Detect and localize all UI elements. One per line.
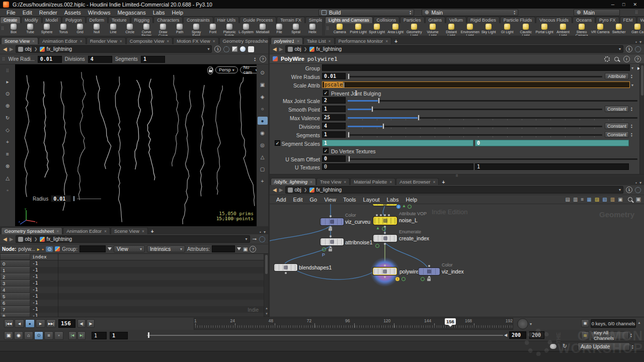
persp-menu[interactable]: Persp▾	[215, 66, 238, 73]
menu-item[interactable]: Tools	[340, 197, 360, 203]
playback-option-icon[interactable]: ⊙	[34, 331, 43, 340]
shelf-tab[interactable]: Lights and Cameras	[325, 17, 373, 23]
smooth-input[interactable]: 1	[322, 106, 346, 112]
toolbar-options-icon[interactable]: ▴▾	[254, 57, 256, 61]
node-name[interactable]: viz_curveu	[345, 219, 370, 225]
shelf-tool[interactable]: Torus	[55, 23, 72, 36]
divisions-input[interactable]: 4	[322, 123, 346, 129]
filter-icon[interactable]	[108, 247, 112, 250]
link-badge[interactable]: 1	[626, 46, 632, 52]
attributes-input[interactable]	[212, 245, 235, 252]
shelf-tool[interactable]: Area Light	[386, 23, 405, 36]
forward-icon[interactable]: ▶	[279, 46, 283, 52]
shelf-tool[interactable]: Box	[6, 23, 22, 36]
transport-button[interactable]: ◀	[15, 319, 24, 328]
display-option-icon[interactable]: +	[258, 177, 268, 185]
radial-menu-icon[interactable]	[223, 46, 229, 52]
u-textures-input-1[interactable]: 0	[322, 163, 473, 170]
row-id[interactable]: 3	[0, 280, 30, 287]
dropdown-icon[interactable]: ▾	[631, 83, 633, 87]
breadcrumb-obj[interactable]: obj	[18, 236, 31, 242]
frame-step-button[interactable]: ◀|	[77, 319, 86, 328]
auto-update-dropdown[interactable]: Auto Update	[578, 342, 630, 350]
search-icon[interactable]	[614, 57, 619, 61]
node-blendshapes1[interactable]	[274, 264, 297, 271]
group-input[interactable]	[79, 245, 106, 252]
tab-close-icon[interactable]: ×	[344, 179, 346, 185]
transport-button[interactable]: ■	[25, 319, 35, 328]
slider-handle[interactable]	[418, 115, 420, 121]
network-toolbar-icon[interactable]: ▣	[618, 197, 622, 202]
shelf-tool[interactable]: Font	[205, 23, 221, 36]
new-tab-button[interactable]: +	[148, 229, 157, 234]
menu-item[interactable]: Megascans	[114, 10, 149, 16]
table-scrollbar[interactable]: ▲ ▼	[264, 254, 268, 317]
tab-close-icon[interactable]: ×	[120, 39, 122, 44]
menubar-grip[interactable]: ⠿	[635, 10, 638, 15]
row-id[interactable]: 8	[0, 313, 30, 317]
tab-close-icon[interactable]: ×	[142, 229, 144, 234]
range-slider-handle[interactable]	[148, 332, 149, 338]
display-badge[interactable]	[322, 247, 326, 251]
playhead[interactable]: 156	[445, 318, 456, 325]
shelf-tab[interactable]: FEM	[620, 17, 636, 23]
wire-radius-field[interactable]: 0.01	[38, 56, 62, 63]
shelf-tool[interactable]: Draw Curve	[155, 23, 172, 36]
shelf-tool[interactable]: Grid	[72, 23, 89, 36]
forward-icon[interactable]: ▶	[10, 236, 14, 242]
pane-tab[interactable]: Geometry Spreadsheet×	[219, 37, 268, 44]
table-row[interactable]: 5-1	[0, 293, 264, 300]
checkbox[interactable]: ✓	[323, 148, 329, 153]
shelf-tab[interactable]: Pyro FX	[596, 17, 619, 23]
view-layout-icon[interactable]	[248, 46, 254, 52]
path-dropdown-icon[interactable]: ▾	[207, 47, 209, 51]
pane-tab[interactable]: Take List×	[303, 37, 334, 44]
pane-tab[interactable]: Performance Monitor×	[335, 37, 392, 44]
link-badge[interactable]: 1	[214, 46, 221, 52]
row-id[interactable]: 7	[0, 306, 30, 313]
breadcrumb-node[interactable]: fx_lightning	[40, 236, 72, 242]
shelf-tool[interactable]: Caustic Light	[517, 23, 535, 36]
max-joint-input[interactable]: 2	[322, 97, 346, 104]
shelf-tool[interactable]: Path	[172, 23, 188, 36]
shelf-tool[interactable]: Curve Bezier	[138, 23, 155, 36]
node-name[interactable]: blendshapes1	[299, 264, 332, 270]
row-id[interactable]: 2	[0, 274, 30, 280]
segment-scales-input-1[interactable]: 1	[322, 140, 473, 146]
menu-item[interactable]: File	[3, 10, 19, 16]
tab-close-icon[interactable]: ×	[167, 39, 169, 44]
camera-menu[interactable]: No cam▾	[240, 66, 257, 73]
menu-spinner[interactable]: ▴▾	[631, 124, 632, 128]
range-slider[interactable]	[147, 335, 503, 336]
network-toolbar-icon[interactable]: ▧	[602, 197, 607, 202]
node-attribnoise1[interactable]	[320, 238, 344, 245]
menu-item[interactable]: Render	[36, 10, 61, 16]
radial-menu-icon[interactable]	[635, 46, 641, 52]
shelf-tab[interactable]: Modify	[21, 17, 42, 23]
close-button[interactable]: ✕	[633, 2, 637, 7]
pane-maximize-icon[interactable]: ▪	[260, 230, 261, 234]
shelf-tab[interactable]: Guide Process	[239, 17, 276, 23]
display-badge[interactable]	[382, 227, 386, 231]
table-row[interactable]: 3-1	[0, 280, 264, 287]
shelf-tool[interactable]: Tube	[22, 23, 39, 36]
help-icon[interactable]: ?	[250, 246, 256, 252]
tab-close-icon[interactable]: ×	[385, 39, 388, 44]
wire-radius-menu[interactable]: Attribute	[605, 73, 629, 79]
keys-summary-button[interactable]: 0 keys, 0/0 channels	[591, 319, 636, 328]
node-name-field[interactable]: polywire1	[307, 56, 338, 62]
menu-spinner[interactable]: ▴▾	[631, 107, 632, 111]
info-icon[interactable]: i	[623, 56, 630, 62]
playback-option-icon[interactable]: ▣	[4, 331, 13, 340]
node-partial[interactable]	[373, 204, 397, 206]
table-row[interactable]: 8-1	[0, 313, 264, 317]
help-icon[interactable]: ?	[260, 56, 266, 62]
menu-item[interactable]: Windows	[85, 10, 114, 16]
table-row[interactable]: 0-1	[0, 260, 264, 267]
network-editor[interactable]: i ▲ Color viz_curveu Attribute VOP noise…	[270, 204, 644, 317]
shelf-tab[interactable]: Particle Fluids	[500, 17, 536, 23]
tab-close-icon[interactable]: ×	[297, 39, 299, 44]
u-seam-slider[interactable]	[348, 158, 637, 160]
table-row[interactable]: 2-1	[0, 274, 264, 280]
divisions-field[interactable]: 4	[88, 56, 112, 63]
